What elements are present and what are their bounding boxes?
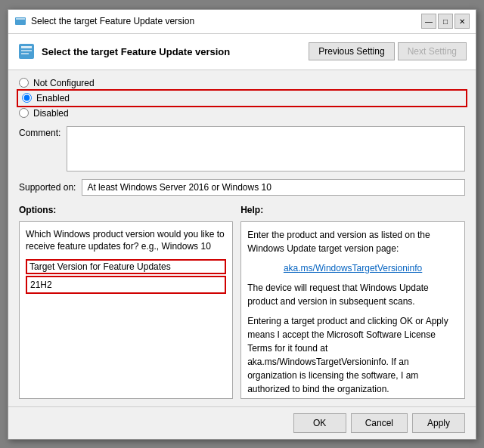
main-content: Not Configured Enabled Disabled Comment:… — [8, 70, 476, 406]
help-paragraph2: The device will request that Windows Upd… — [247, 281, 458, 308]
comment-textarea[interactable] — [67, 126, 465, 171]
header-bar: Select the target Feature Update version… — [8, 34, 476, 70]
options-section: Options: Which Windows product version w… — [19, 205, 233, 399]
maximize-button[interactable]: □ — [438, 14, 453, 29]
help-paragraph3: Entering a target product and clicking O… — [247, 314, 458, 396]
supported-label: Supported on: — [19, 182, 76, 193]
main-window: Select the target Feature Update version… — [8, 9, 476, 440]
minimize-button[interactable]: — — [421, 14, 436, 29]
policy-icon — [17, 42, 36, 60]
svg-rect-3 — [21, 46, 32, 48]
header-title: Select the target Feature Update version — [42, 46, 230, 57]
svg-rect-1 — [16, 18, 25, 20]
next-setting-button[interactable]: Next Setting — [398, 42, 467, 60]
footer: OK Cancel Apply — [8, 406, 476, 439]
help-content: Enter the product and version as listed … — [240, 221, 465, 399]
sections-row: Options: Which Windows product version w… — [19, 205, 465, 399]
options-description: Which Windows product version would you … — [26, 228, 226, 254]
comment-row: Comment: — [19, 126, 465, 171]
supported-value: At least Windows Server 2016 or Windows … — [82, 179, 465, 196]
svg-rect-5 — [21, 53, 29, 54]
not-configured-option[interactable]: Not Configured — [19, 78, 465, 88]
disabled-radio[interactable] — [19, 108, 29, 118]
version-field-group: Target Version for Feature Updates — [26, 259, 226, 294]
comment-label: Comment: — [19, 126, 60, 138]
window-icon — [14, 15, 26, 27]
help-paragraph1: Enter the product and version as listed … — [247, 228, 458, 255]
title-bar: Select the target Feature Update version… — [8, 10, 476, 34]
supported-row: Supported on: At least Windows Server 20… — [19, 179, 465, 196]
title-bar-left: Select the target Feature Update version — [14, 15, 194, 27]
version-input[interactable] — [26, 276, 226, 294]
radio-group: Not Configured Enabled Disabled — [19, 78, 465, 119]
title-bar-buttons: — □ ✕ — [421, 14, 470, 29]
enabled-label: Enabled — [36, 93, 70, 104]
enabled-radio[interactable] — [22, 93, 32, 103]
ok-button[interactable]: OK — [293, 413, 346, 433]
apply-button[interactable]: Apply — [412, 413, 465, 433]
disabled-label: Disabled — [33, 108, 69, 119]
previous-setting-button[interactable]: Previous Setting — [309, 42, 394, 60]
header-bar-left: Select the target Feature Update version — [17, 42, 230, 60]
options-title: Options: — [19, 205, 233, 215]
cancel-button[interactable]: Cancel — [351, 413, 408, 433]
help-section: Help: Enter the product and version as l… — [240, 205, 465, 399]
help-title: Help: — [240, 205, 465, 215]
close-button[interactable]: ✕ — [455, 14, 470, 29]
not-configured-label: Not Configured — [33, 78, 95, 88]
header-buttons: Previous Setting Next Setting — [309, 42, 467, 60]
window-title: Select the target Feature Update version — [31, 16, 194, 26]
enabled-option[interactable]: Enabled — [19, 91, 465, 105]
version-field-label: Target Version for Feature Updates — [26, 259, 226, 274]
help-link[interactable]: aka.ms/WindowsTargetVersioninfo — [284, 263, 422, 273]
svg-rect-4 — [21, 50, 32, 51]
options-content: Which Windows product version would you … — [19, 221, 233, 399]
not-configured-radio[interactable] — [19, 78, 29, 88]
disabled-option[interactable]: Disabled — [19, 108, 465, 119]
